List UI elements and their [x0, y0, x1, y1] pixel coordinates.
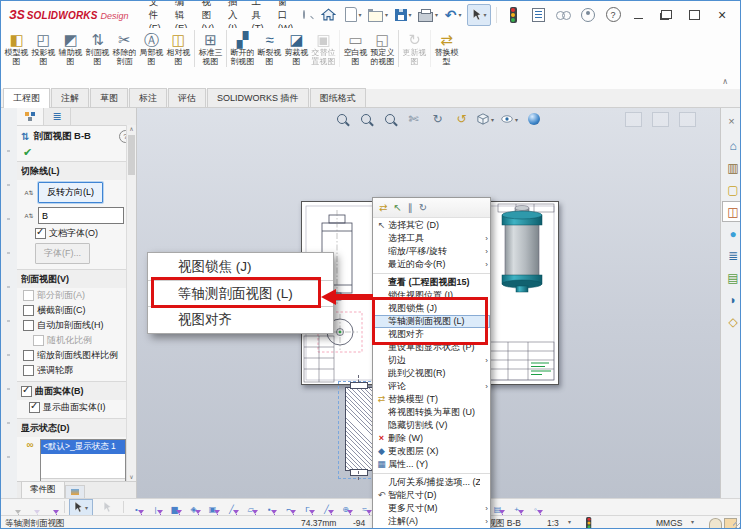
- detail-view-button[interactable]: Ⓐ 局部视图: [138, 30, 165, 67]
- zoom-in-out-icon[interactable]: [381, 111, 398, 128]
- relative-view-button[interactable]: ◫ 相对视图: [165, 30, 195, 67]
- filter-edges-icon[interactable]: |: [147, 500, 164, 514]
- recent-commands-item[interactable]: 最近的命令(R): [373, 258, 490, 271]
- display-state-item[interactable]: <默认>_显示状态 1: [41, 440, 125, 454]
- file-explorer-icon[interactable]: ▢: [722, 179, 741, 200]
- filter-centerlines-icon[interactable]: ╱: [318, 500, 335, 514]
- new-document-icon[interactable]: [342, 5, 364, 25]
- toggle-filters-icon[interactable]: [43, 500, 60, 514]
- convert-view-to-sketch-item[interactable]: 将视图转换为草图 (U): [373, 406, 490, 419]
- lasso-select-icon[interactable]: [95, 499, 119, 516]
- broken-out-section-button[interactable]: ▞ 断开的剖视图: [229, 30, 256, 67]
- open-document-icon[interactable]: [367, 5, 389, 25]
- replace-model-button[interactable]: ⇄ 替换模型: [433, 30, 460, 67]
- standard-3-view-button[interactable]: ⊞ 标准三视图: [197, 30, 227, 67]
- filter-vertices-icon[interactable]: •: [128, 500, 145, 514]
- filter-faces-icon[interactable]: ▆: [166, 500, 183, 514]
- tangent-edge-item[interactable]: 切边: [373, 354, 490, 367]
- replace-model-icon[interactable]: ⇄: [379, 203, 387, 213]
- select-arrow-icon[interactable]: ↖: [393, 203, 401, 213]
- section-view-tool-icon[interactable]: ✄: [405, 111, 422, 128]
- rotate-view-icon[interactable]: ↻: [419, 203, 427, 213]
- empty-view-button[interactable]: ▭ 空白视图: [342, 30, 369, 67]
- property-tab-builder-icon[interactable]: ▤: [722, 267, 741, 288]
- zoom-pan-rotate-item[interactable]: 缩放/平移/旋转: [373, 245, 490, 258]
- callout-isometric-section-view[interactable]: 等轴测剖面视图 (L): [148, 280, 333, 307]
- close-button[interactable]: [708, 5, 736, 25]
- tab-addins[interactable]: SOLIDWORKS 插件: [207, 88, 309, 107]
- filter-sketch-points-icon[interactable]: ▪: [261, 500, 278, 514]
- tab-markup[interactable]: 标注: [129, 88, 167, 107]
- pin-menu-icon[interactable]: [303, 10, 305, 19]
- lock-view-focus-item[interactable]: 视图锁焦 (J): [373, 302, 490, 315]
- projected-view-button[interactable]: ◰ 投影视图: [30, 30, 57, 67]
- relations-snaps-options-item[interactable]: 几何关系/捕捉选项... (Z): [373, 473, 490, 489]
- status-traffic-icon[interactable]: [586, 517, 591, 529]
- filter-axes-icon[interactable]: ╱: [223, 500, 240, 514]
- custom-properties-icon[interactable]: ≣: [722, 245, 741, 266]
- home-icon[interactable]: [317, 5, 339, 25]
- change-layer-item[interactable]: ◆ 更改图层 (X): [373, 445, 490, 458]
- show-surface-bodies-checkbox[interactable]: [29, 402, 40, 413]
- tab-annotate[interactable]: 注解: [51, 88, 89, 107]
- isometric-section-view-item[interactable]: 等轴测剖面视图 (L): [373, 315, 490, 328]
- auto-hatching-checkbox[interactable]: [23, 320, 34, 331]
- maximize-button[interactable]: [680, 5, 708, 25]
- selection-tools-item[interactable]: 选择工具: [373, 232, 490, 245]
- partial-section-checkbox[interactable]: [23, 290, 34, 301]
- emphasize-outline-checkbox[interactable]: [23, 365, 34, 376]
- property-manager-tab[interactable]: [17, 108, 44, 125]
- resize-grip[interactable]: [733, 522, 741, 529]
- forum-icon[interactable]: ◗: [722, 289, 741, 310]
- section-view-button[interactable]: ⇅ 剖面视图: [84, 30, 111, 67]
- randomize-scale-checkbox[interactable]: [33, 335, 44, 346]
- options-traffic-icon[interactable]: [502, 5, 524, 25]
- scroll-thumb[interactable]: [128, 135, 135, 175]
- ribbon-collapse-icon[interactable]: [722, 77, 728, 86]
- print-icon[interactable]: [417, 5, 439, 25]
- select-cursor-button[interactable]: [69, 499, 93, 516]
- view-alignment-item[interactable]: 视图对齐: [373, 328, 490, 341]
- tab-drawing[interactable]: 工程图: [3, 88, 50, 108]
- filter-sketch-segments-icon[interactable]: ⌐: [280, 500, 297, 514]
- link-icon[interactable]: [552, 5, 574, 25]
- document-font-checkbox[interactable]: [35, 228, 46, 239]
- hide-cutting-line-item[interactable]: 隐藏切割线 (V): [373, 419, 490, 432]
- view-orientation-icon[interactable]: [477, 111, 494, 128]
- filter-connection-points-icon[interactable]: +: [508, 500, 525, 514]
- filter-midpoints-icon[interactable]: Γ: [299, 500, 316, 514]
- rotate-view-icon[interactable]: ↻: [429, 111, 446, 128]
- design-library-icon[interactable]: ▥: [722, 157, 741, 178]
- section-view-preview[interactable]: [345, 387, 373, 471]
- restore-button[interactable]: [652, 5, 680, 25]
- lock-view-position-item[interactable]: 锁住视图位置 (I): [373, 289, 490, 302]
- callout-view-alignment[interactable]: 视图对齐: [148, 307, 333, 333]
- smart-dimension-item[interactable]: ↶ 智能尺寸(D): [373, 489, 490, 502]
- panel-scrollbar[interactable]: ∧∨: [126, 125, 136, 482]
- zoom-to-fit-icon[interactable]: [333, 111, 350, 128]
- scale-dropdown-icon[interactable]: ▾: [568, 518, 571, 525]
- filter-routing-points-icon[interactable]: ◦: [527, 500, 544, 514]
- appearances-icon[interactable]: ●: [722, 223, 741, 244]
- secondary-bottom-tab[interactable]: [65, 485, 85, 498]
- display-style-icon[interactable]: [501, 111, 518, 128]
- tab-evaluate[interactable]: 评估: [168, 88, 206, 107]
- ok-check-icon[interactable]: ✔: [23, 146, 32, 158]
- filter-sketch-curves-icon[interactable]: ≈: [356, 500, 373, 514]
- filter-solid-bodies-icon[interactable]: ▣: [204, 500, 221, 514]
- slice-section-checkbox[interactable]: [23, 305, 34, 316]
- help-icon[interactable]: [602, 5, 624, 25]
- select-tool-icon[interactable]: [467, 4, 491, 26]
- reverse-direction-button[interactable]: 反转方向(L): [38, 182, 103, 203]
- update-view-button[interactable]: ↻ 更新视图: [401, 30, 431, 67]
- break-alignment-icon[interactable]: ∥: [408, 203, 413, 213]
- surface-bodies-checkbox[interactable]: [21, 386, 32, 397]
- minimize-button[interactable]: [624, 5, 652, 25]
- save-icon[interactable]: [392, 5, 414, 25]
- view-palette-icon[interactable]: ◫: [722, 201, 741, 222]
- predefined-view-button[interactable]: ◱ 预定义的视图: [369, 30, 399, 67]
- delete-item[interactable]: × 删除 (W): [373, 432, 490, 445]
- sheet-scale[interactable]: 1:3: [547, 518, 559, 528]
- auxiliary-view-button[interactable]: ◩ 辅助视图: [57, 30, 84, 67]
- units-dropdown-icon[interactable]: ▾: [691, 518, 694, 525]
